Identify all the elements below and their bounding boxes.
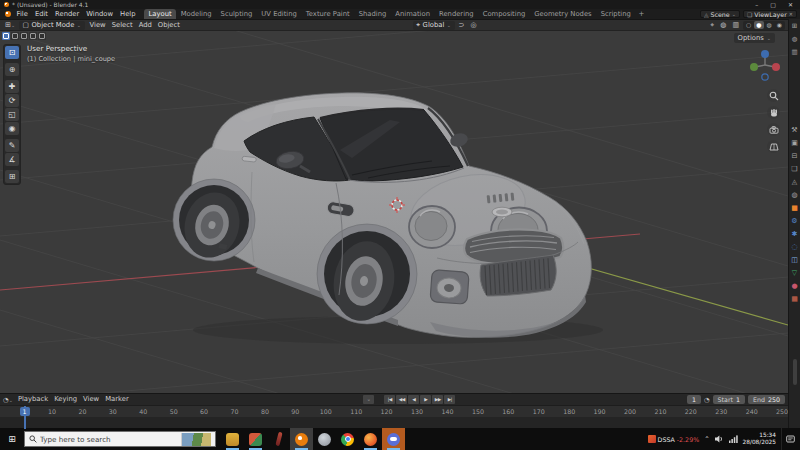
network-icon[interactable] <box>729 435 738 443</box>
output-tab[interactable]: ⊟ <box>792 150 798 162</box>
tray-clock[interactable]: 15:34 28/08/2025 <box>743 432 776 446</box>
modifiers-tab[interactable]: ⚙ <box>791 215 797 227</box>
viewport-menu-select[interactable]: Select <box>109 20 136 31</box>
shading-wireframe[interactable]: ○ <box>744 21 753 29</box>
jump-last-button[interactable]: ▶| <box>444 395 455 404</box>
car-model[interactable] <box>173 93 603 344</box>
menu-help[interactable]: Help <box>117 9 140 19</box>
show-overlays-icon[interactable]: ◍ <box>718 20 728 31</box>
workspace-tab-sculpting[interactable]: Sculpting <box>216 9 257 19</box>
next-keyframe-button[interactable]: ▶▶ <box>432 395 443 404</box>
mode-select[interactable]: ▢ Object Mode ⌄ <box>19 21 84 30</box>
render-capture-icon[interactable]: ▥ <box>789 45 800 58</box>
strip-scrollbar[interactable] <box>793 359 797 385</box>
timeline-menu-keying[interactable]: Keying <box>51 394 80 405</box>
view-layer-tab[interactable]: ❏ <box>791 163 797 175</box>
blender-app[interactable] <box>290 428 313 450</box>
show-gizmo-icon[interactable]: ⌖ <box>708 20 716 31</box>
add-workspace-button[interactable]: + <box>635 9 647 19</box>
workspace-tab-modeling[interactable]: Modeling <box>176 9 216 19</box>
hidden-icons-chevron[interactable]: ⌃ <box>704 435 709 443</box>
shading-material-preview[interactable]: ◍ <box>765 21 774 29</box>
constraints-tab[interactable]: ◫ <box>791 254 798 266</box>
object-tab[interactable]: ■ <box>791 202 798 214</box>
workspace-tab-shading[interactable]: Shading <box>354 9 391 19</box>
orientation-select[interactable]: ⌖ Global ⌄ <box>413 21 455 30</box>
xray-toggle-icon[interactable]: ▥ <box>730 20 741 31</box>
search-box[interactable] <box>24 431 216 447</box>
render-result-icon[interactable]: ◍ <box>789 32 800 45</box>
play-button[interactable]: ▶ <box>420 395 431 404</box>
camera-view-icon[interactable] <box>767 123 780 136</box>
material-tab[interactable]: ● <box>791 280 797 292</box>
perspective-toggle-icon[interactable] <box>767 140 780 153</box>
view-layer-selector[interactable]: ❏ ViewLayer ✕ <box>743 10 797 18</box>
menu-file[interactable]: File <box>13 9 31 19</box>
prev-keyframe-button[interactable]: ◀◀ <box>396 395 407 404</box>
shading-rendered[interactable]: ◉ <box>775 21 784 29</box>
select-mode-set[interactable] <box>2 32 10 40</box>
workspace-tab-layout[interactable]: Layout <box>144 9 176 19</box>
transform-tool[interactable]: ◉ <box>5 122 19 135</box>
particles-tab[interactable]: ✱ <box>792 228 798 240</box>
pan-hand-icon[interactable] <box>767 106 780 119</box>
search-input[interactable] <box>40 435 178 444</box>
rotate-tool[interactable]: ⟳ <box>5 94 19 107</box>
app-media[interactable] <box>244 428 267 450</box>
editor-corner-icon[interactable]: ⊞ <box>789 19 800 32</box>
cursor-tool[interactable]: ⊕ <box>5 63 19 76</box>
workspace-tab-uv-editing[interactable]: UV Editing <box>257 9 301 19</box>
workspace-tab-rendering[interactable]: Rendering <box>434 9 478 19</box>
viewport-menu-object[interactable]: Object <box>155 20 183 31</box>
scale-tool[interactable]: ◱ <box>5 108 19 121</box>
select-box-tool[interactable]: ⊡ <box>5 46 19 59</box>
editor-type-icon[interactable]: ⊞⌄ <box>3 20 17 31</box>
annotate-tool[interactable]: ✎ <box>5 139 19 152</box>
add-cube-tool[interactable]: ⊞ <box>5 170 19 183</box>
zoom-icon[interactable] <box>767 89 780 102</box>
viewport-menu-add[interactable]: Add <box>136 20 155 31</box>
timeline-editor-icon[interactable]: ◔⌄ <box>3 396 13 404</box>
action-center-icon[interactable] <box>781 428 798 450</box>
timeline-track-area[interactable] <box>0 417 788 428</box>
playhead-badge[interactable]: 1 <box>20 407 30 416</box>
scene-selector[interactable]: ◬ Scene ⌄ <box>700 10 740 18</box>
timeline-menu-marker[interactable]: Marker <box>102 394 132 405</box>
select-mode-extend[interactable] <box>11 32 19 40</box>
shading-solid[interactable]: ● <box>754 21 763 29</box>
workspace-tab-scripting[interactable]: Scripting <box>596 9 635 19</box>
move-tool[interactable]: ✚ <box>5 80 19 93</box>
app-utility[interactable] <box>313 428 336 450</box>
timeline-menu-playback[interactable]: Playback <box>15 394 51 405</box>
proportional-edit-icon[interactable]: ◎ <box>468 20 478 31</box>
tool-tab[interactable]: ⚒ <box>791 124 797 136</box>
jump-first-button[interactable]: |◀ <box>384 395 395 404</box>
app-pen[interactable] <box>267 428 290 450</box>
app-files[interactable] <box>221 428 244 450</box>
play-reverse-button[interactable]: ◀ <box>408 395 419 404</box>
workspace-tab-compositing[interactable]: Compositing <box>478 9 530 19</box>
auto-keying-button[interactable]: ◦ <box>363 395 374 404</box>
select-mode-subtract[interactable] <box>20 32 28 40</box>
stock-ticker[interactable]: DSSA -2.29% <box>648 435 700 443</box>
frame-end-field[interactable]: End250 <box>748 395 785 404</box>
data-tab[interactable]: ▽ <box>792 267 797 279</box>
volume-icon[interactable] <box>715 435 724 443</box>
measure-tool[interactable]: ∡ <box>5 153 19 166</box>
select-mode-invert[interactable] <box>29 32 37 40</box>
maximize-button[interactable]: ▢ <box>770 0 776 9</box>
minimize-button[interactable]: – <box>755 0 758 9</box>
menu-edit[interactable]: Edit <box>31 9 51 19</box>
scene-tab[interactable]: ◬ <box>792 176 797 188</box>
menu-window[interactable]: Window <box>83 9 117 19</box>
close-button[interactable]: ✕ <box>788 0 793 9</box>
navigation-gizmo[interactable] <box>747 47 783 83</box>
viewport-3d[interactable]: User Perspective (1) Collection | mini_c… <box>0 31 788 393</box>
frame-start-field[interactable]: Start1 <box>713 395 745 404</box>
select-mode-intersect[interactable] <box>38 32 46 40</box>
workspace-tab-texture-paint[interactable]: Texture Paint <box>301 9 354 19</box>
render-tab[interactable]: ▣ <box>791 137 798 149</box>
menu-render[interactable]: Render <box>52 9 83 19</box>
snap-magnet-icon[interactable]: ⊃ <box>457 20 467 31</box>
world-tab[interactable]: ◍ <box>791 189 797 201</box>
